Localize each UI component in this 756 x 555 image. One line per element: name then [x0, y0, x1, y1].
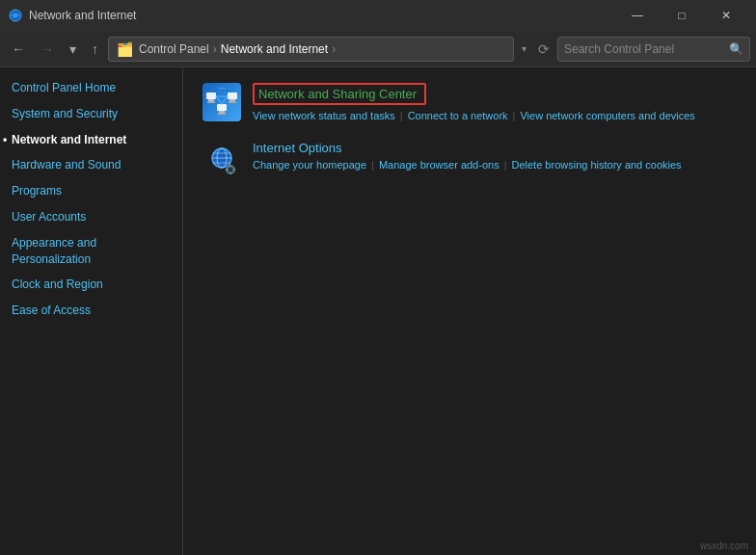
back-button[interactable]: ← [6, 38, 31, 61]
category-internet-options: Internet Options Change your homepage | … [202, 141, 737, 179]
window-controls: — □ ✕ [615, 0, 748, 31]
svg-rect-9 [218, 113, 226, 115]
internet-options-title[interactable]: Internet Options [253, 141, 737, 155]
svg-rect-5 [230, 99, 235, 101]
svg-rect-21 [230, 172, 231, 174]
sidebar-item-user-accounts[interactable]: User Accounts [0, 204, 182, 230]
svg-line-11 [216, 96, 222, 104]
network-sharing-info: Network and Sharing Center View network … [253, 83, 737, 121]
up-button[interactable]: ↑ [86, 38, 104, 61]
title-bar: Network and Internet — □ ✕ [0, 0, 756, 31]
network-sharing-links: View network status and tasks | Connect … [253, 110, 737, 121]
main-content: Control Panel Home System and Security N… [0, 67, 756, 555]
svg-rect-2 [208, 99, 214, 101]
sidebar-item-appearance[interactable]: Appearance and Personalization [0, 230, 182, 273]
address-path: 🗂️ Control Panel › Network and Internet … [108, 37, 514, 62]
breadcrumb-control-panel[interactable]: Control Panel [139, 42, 209, 56]
search-icon: 🔍 [729, 42, 743, 56]
svg-rect-4 [228, 92, 237, 99]
network-sharing-title[interactable]: Network and Sharing Center [258, 87, 417, 101]
breadcrumb-sep-1: › [213, 42, 217, 56]
svg-rect-8 [219, 111, 225, 113]
sidebar-item-clock-region[interactable]: Clock and Region [0, 272, 182, 298]
sidebar-item-programs[interactable]: Programs [0, 178, 182, 204]
sidebar-item-hardware-sound[interactable]: Hardware and Sound [0, 152, 182, 178]
link-browser-addons[interactable]: Manage browser add-ons [379, 159, 500, 171]
minimize-button[interactable]: — [615, 0, 660, 31]
refresh-button[interactable]: ⟳ [534, 41, 554, 57]
search-box: 🔍 [557, 37, 750, 62]
svg-point-19 [229, 168, 233, 172]
svg-rect-6 [229, 101, 236, 103]
address-bar: ← → ▾ ↑ 🗂️ Control Panel › Network and I… [0, 31, 756, 67]
svg-rect-23 [233, 169, 235, 171]
main-window: Network and Internet — □ ✕ ← → ▾ ↑ 🗂️ Co… [0, 0, 756, 555]
address-dropdown-button[interactable]: ▾ [518, 43, 530, 54]
link-delete-history[interactable]: Delete browsing history and cookies [512, 159, 682, 171]
sidebar-item-ease-access[interactable]: Ease of Access [0, 298, 182, 324]
link-view-computers[interactable]: View network computers and devices [520, 110, 694, 121]
category-network-sharing: Network and Sharing Center View network … [202, 83, 737, 121]
sidebar: Control Panel Home System and Security N… [0, 67, 183, 555]
link-homepage[interactable]: Change your homepage [253, 159, 366, 171]
internet-options-info: Internet Options Change your homepage | … [253, 141, 737, 171]
search-input[interactable] [564, 42, 729, 56]
window-icon [8, 8, 23, 23]
sidebar-item-network-internet[interactable]: Network and Internet [0, 127, 182, 153]
recent-button[interactable]: ▾ [64, 38, 82, 61]
watermark: wsxdn.com [700, 541, 748, 551]
sidebar-item-control-panel-home[interactable]: Control Panel Home [0, 75, 182, 101]
internet-options-icon [202, 141, 241, 179]
content-area: Network and Sharing Center View network … [183, 67, 756, 555]
svg-rect-3 [207, 101, 215, 103]
svg-rect-7 [217, 104, 227, 111]
breadcrumb-sep-2: › [332, 42, 336, 56]
network-sharing-icon [202, 83, 241, 121]
internet-options-links: Change your homepage | Manage browser ad… [253, 159, 737, 171]
link-view-status[interactable]: View network status and tasks [253, 110, 395, 121]
sidebar-item-system-security[interactable]: System and Security [0, 101, 182, 127]
maximize-button[interactable]: □ [660, 0, 704, 31]
window-title: Network and Internet [29, 9, 615, 22]
close-button[interactable]: ✕ [704, 0, 748, 31]
forward-button[interactable]: → [35, 38, 60, 61]
breadcrumb-current: Network and Internet [221, 42, 328, 56]
svg-rect-20 [230, 165, 231, 167]
svg-line-12 [222, 96, 228, 104]
path-icon: 🗂️ [117, 41, 133, 57]
link-connect-network[interactable]: Connect to a network [408, 110, 508, 121]
svg-rect-22 [226, 169, 228, 171]
svg-rect-1 [206, 92, 216, 99]
